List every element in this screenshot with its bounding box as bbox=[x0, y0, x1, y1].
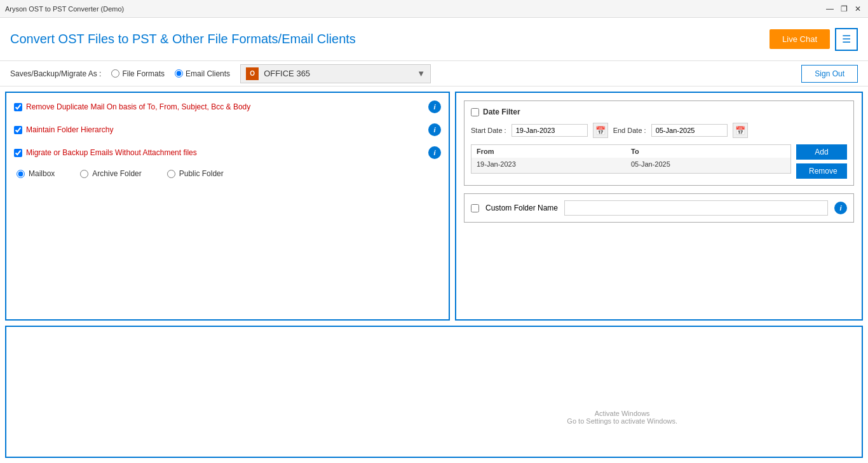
mailbox-label: Mailbox bbox=[29, 169, 55, 178]
office-icon: O bbox=[246, 67, 259, 80]
main-content: Remove Duplicate Mail On basis of To, Fr… bbox=[0, 86, 868, 463]
email-clients-option[interactable]: Email Clients bbox=[175, 69, 230, 78]
file-formats-radio[interactable] bbox=[111, 69, 119, 78]
title-bar-text: Aryson OST to PST Converter (Demo) bbox=[5, 5, 124, 13]
date-table-row: 19-Jan-2023 05-Jan-2025 bbox=[471, 158, 790, 170]
checkbox-left-1: Remove Duplicate Mail On basis of To, Fr… bbox=[14, 102, 250, 111]
office-select[interactable]: O OFFICE 365 ▼ bbox=[240, 64, 431, 83]
date-table-header: From To bbox=[471, 145, 790, 158]
to-header: To bbox=[631, 148, 785, 155]
date-action-buttons: Add Remove bbox=[796, 144, 847, 179]
save-bar-label: Saves/Backup/Migrate As : bbox=[10, 69, 101, 78]
start-date-label: Start Date : bbox=[471, 127, 506, 134]
checkbox-duplicate[interactable] bbox=[14, 103, 22, 111]
checkbox-item-1: Remove Duplicate Mail On basis of To, Fr… bbox=[14, 100, 441, 113]
checkbox-item-2: Maintain Folder Hierarchy i bbox=[14, 123, 441, 136]
close-button[interactable]: ✕ bbox=[853, 4, 863, 14]
live-chat-button[interactable]: Live Chat bbox=[770, 29, 830, 49]
app-header: Convert OST Files to PST & Other File Fo… bbox=[0, 18, 868, 61]
custom-folder-section: Custom Folder Name i bbox=[464, 193, 854, 223]
date-filter-section: Date Filter Start Date : 📅 End Date : 📅 … bbox=[464, 100, 854, 186]
checkbox-attachment[interactable] bbox=[14, 149, 22, 157]
date-filter-title: Date Filter bbox=[483, 107, 520, 116]
end-date-label: End Date : bbox=[613, 127, 646, 134]
folder-type-options: Mailbox Archive Folder Public Folder bbox=[17, 169, 441, 178]
mailbox-option[interactable]: Mailbox bbox=[17, 169, 55, 178]
to-value: 05-Jan-2025 bbox=[631, 160, 785, 168]
file-formats-option[interactable]: File Formats bbox=[111, 69, 165, 78]
from-header: From bbox=[477, 148, 631, 155]
add-date-button[interactable]: Add bbox=[796, 144, 847, 160]
office-label: OFFICE 365 bbox=[264, 69, 310, 78]
minimize-button[interactable]: — bbox=[825, 4, 835, 14]
bottom-log-panel bbox=[5, 326, 863, 458]
sign-out-button[interactable]: Sign Out bbox=[801, 65, 858, 83]
checkbox-left-2: Maintain Folder Hierarchy bbox=[14, 125, 113, 134]
remove-date-button[interactable]: Remove bbox=[796, 163, 847, 179]
archive-label: Archive Folder bbox=[92, 169, 141, 178]
start-date-calendar-button[interactable]: 📅 bbox=[593, 123, 608, 138]
checkbox-hierarchy-label: Maintain Folder Hierarchy bbox=[26, 125, 113, 134]
header-right: Live Chat ☰ bbox=[770, 28, 858, 51]
archive-radio[interactable] bbox=[80, 170, 88, 178]
title-bar: Aryson OST to PST Converter (Demo) — ❐ ✕ bbox=[0, 0, 868, 18]
checkbox-item-3: Migrate or Backup Emails Without Attachm… bbox=[14, 146, 441, 159]
maximize-button[interactable]: ❐ bbox=[839, 4, 849, 14]
left-panel: Remove Duplicate Mail On basis of To, Fr… bbox=[5, 92, 450, 321]
checkbox-left-3: Migrate or Backup Emails Without Attachm… bbox=[14, 148, 197, 157]
info-icon-3[interactable]: i bbox=[428, 146, 441, 159]
custom-folder-checkbox[interactable] bbox=[471, 204, 479, 212]
dropdown-arrow-icon: ▼ bbox=[417, 69, 425, 78]
email-clients-radio[interactable] bbox=[175, 69, 183, 78]
archive-option[interactable]: Archive Folder bbox=[80, 169, 141, 178]
date-table-area: From To 19-Jan-2023 05-Jan-2025 Add Remo… bbox=[471, 144, 847, 179]
public-radio[interactable] bbox=[167, 170, 175, 178]
from-value: 19-Jan-2023 bbox=[477, 160, 631, 168]
end-date-input[interactable] bbox=[651, 124, 728, 137]
panels-row: Remove Duplicate Mail On basis of To, Fr… bbox=[5, 92, 863, 321]
window-controls: — ❐ ✕ bbox=[825, 4, 863, 14]
checkbox-attachment-label: Migrate or Backup Emails Without Attachm… bbox=[26, 148, 197, 157]
start-date-input[interactable] bbox=[512, 124, 588, 137]
checkbox-duplicate-label: Remove Duplicate Mail On basis of To, Fr… bbox=[26, 102, 250, 111]
format-radio-group: File Formats Email Clients bbox=[111, 69, 230, 78]
mailbox-radio[interactable] bbox=[17, 170, 25, 178]
custom-folder-input[interactable] bbox=[564, 200, 828, 216]
custom-folder-info-icon[interactable]: i bbox=[834, 202, 847, 214]
public-option[interactable]: Public Folder bbox=[167, 169, 224, 178]
custom-folder-label: Custom Folder Name bbox=[485, 204, 558, 212]
date-filter-header: Date Filter bbox=[471, 107, 847, 116]
date-filter-checkbox[interactable] bbox=[471, 108, 479, 116]
checkbox-hierarchy[interactable] bbox=[14, 126, 22, 134]
menu-button[interactable]: ☰ bbox=[835, 28, 858, 51]
date-row: Start Date : 📅 End Date : 📅 bbox=[471, 123, 847, 138]
right-panel: Date Filter Start Date : 📅 End Date : 📅 … bbox=[455, 92, 863, 321]
end-date-calendar-button[interactable]: 📅 bbox=[733, 123, 748, 138]
app-title: Convert OST Files to PST & Other File Fo… bbox=[10, 32, 356, 46]
info-icon-2[interactable]: i bbox=[428, 123, 441, 136]
public-label: Public Folder bbox=[179, 169, 224, 178]
date-range-table: From To 19-Jan-2023 05-Jan-2025 bbox=[471, 144, 791, 174]
save-bar: Saves/Backup/Migrate As : File Formats E… bbox=[0, 61, 868, 86]
email-clients-label: Email Clients bbox=[186, 69, 230, 78]
file-formats-label: File Formats bbox=[122, 69, 165, 78]
info-icon-1[interactable]: i bbox=[428, 100, 441, 113]
